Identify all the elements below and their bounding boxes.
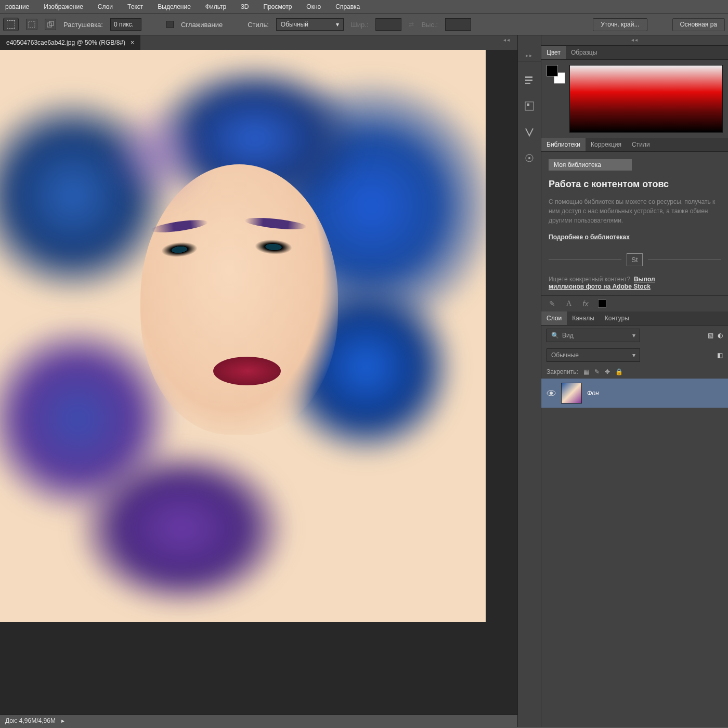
svg-rect-5 — [525, 83, 530, 84]
blend-mode-dropdown[interactable]: Обычные▾ — [547, 348, 640, 362]
libraries-panel: Моя библиотека Работа с контентом отовс … — [541, 152, 728, 295]
right-panel-dock: ◂◂ Цвет Образцы Библиотеки Коррекция Сти… — [541, 35, 728, 727]
tab-paths[interactable]: Контуры — [600, 311, 634, 325]
menu-select[interactable]: Выделение — [158, 3, 191, 10]
layer-name[interactable]: Фон — [587, 389, 599, 397]
svg-rect-0 — [29, 21, 35, 28]
svg-rect-3 — [525, 76, 532, 78]
learn-more-link[interactable]: Подробнее о библиотеках — [549, 233, 630, 241]
fill-color-icon[interactable] — [596, 299, 608, 308]
color-panel — [541, 60, 728, 138]
lock-paint-icon[interactable]: ✎ — [594, 368, 600, 375]
menu-image[interactable]: Изображение — [44, 3, 83, 10]
tab-libraries[interactable]: Библиотеки — [541, 138, 586, 151]
main-menu-bar: рование Изображение Слои Текст Выделение… — [0, 0, 728, 14]
svg-point-11 — [550, 392, 553, 395]
libraries-description: С помощью библиотек вы можете со ресурсы… — [549, 197, 721, 225]
libraries-heading: Работа с контентом отовс — [549, 179, 721, 190]
layer-row-background[interactable]: Фон — [541, 379, 728, 408]
add-selection-icon[interactable] — [45, 19, 56, 30]
libraries-tabs: Библиотеки Коррекция Стили — [541, 138, 728, 152]
menu-help[interactable]: Справка — [335, 3, 360, 10]
dock-collapse-icon[interactable]: ▸▸ — [518, 51, 541, 61]
filter-image-icon[interactable]: ▧ — [708, 332, 713, 339]
foreground-background-swatch[interactable] — [547, 65, 565, 84]
options-bar: Растушевка: Сглаживание Стиль: Обычный▾ … — [0, 14, 728, 35]
workspace-button[interactable]: Основная ра — [672, 18, 725, 31]
menu-filter[interactable]: Фильтр — [205, 3, 226, 10]
status-flyout-icon[interactable]: ▸ — [61, 717, 64, 724]
collapsed-panel-dock: ▸▸ — [517, 35, 541, 727]
svg-rect-7 — [527, 103, 529, 106]
antialias-label: Сглаживание — [181, 21, 223, 29]
tool-preset-picker[interactable] — [3, 18, 19, 31]
tab-color[interactable]: Цвет — [541, 46, 566, 59]
refine-edge-button[interactable]: Уточн. край... — [593, 18, 647, 31]
tab-swatches[interactable]: Образцы — [566, 46, 602, 59]
stock-question: Ищете конкретный контент? — [549, 276, 630, 283]
svg-point-9 — [528, 157, 530, 159]
stock-search-link[interactable]: Выпол — [634, 276, 655, 283]
fx-icon[interactable]: fx — [580, 299, 591, 308]
canvas-area: e40504763cae6ab42.jpg @ 50% (RGB/8#) × ◂… — [0, 35, 517, 727]
height-label: Выс.: — [421, 21, 438, 29]
menu-edit[interactable]: рование — [5, 3, 29, 10]
history-panel-icon[interactable] — [522, 73, 537, 87]
menu-view[interactable]: Просмотр — [264, 3, 292, 10]
opacity-icon[interactable]: ◧ — [717, 352, 723, 359]
panel-collapse-icon[interactable]: ◂◂ — [541, 35, 728, 46]
canvas[interactable] — [0, 50, 517, 714]
filter-adjust-icon[interactable]: ◐ — [718, 332, 723, 339]
new-selection-icon[interactable] — [26, 19, 37, 30]
properties-panel-icon[interactable] — [522, 99, 537, 113]
type-icon[interactable]: A — [563, 299, 575, 308]
menu-3d[interactable]: 3D — [241, 3, 249, 10]
navigator-panel-icon[interactable] — [522, 151, 537, 165]
layers-panel: 🔍 Вид ▾ ▧ ◐ Обычные▾ ◧ Закрепить: ▦ ✎ ✥ — [541, 326, 728, 727]
lock-position-icon[interactable]: ✥ — [605, 368, 610, 375]
artwork-image — [0, 50, 486, 622]
color-field[interactable] — [569, 65, 723, 133]
lock-all-icon[interactable]: 🔒 — [615, 368, 623, 375]
status-bar: Док: 4,96M/4,96M ▸ — [0, 714, 517, 727]
visibility-toggle-icon[interactable] — [547, 389, 556, 397]
swap-dimensions-icon[interactable]: ⇄ — [409, 21, 414, 28]
lock-pixels-icon[interactable]: ▦ — [583, 368, 589, 375]
layer-option-icons: ✎ A fx — [541, 295, 728, 311]
doc-size-status: Док: 4,96M/4,96M — [5, 717, 56, 724]
style-dropdown[interactable]: Обычный▾ — [276, 18, 344, 31]
document-tab-bar: e40504763cae6ab42.jpg @ 50% (RGB/8#) × ◂… — [0, 35, 517, 50]
character-panel-icon[interactable] — [522, 125, 537, 139]
tab-overflow-icon[interactable]: ◂◂ — [497, 35, 517, 46]
height-input — [445, 18, 471, 31]
library-dropdown[interactable]: Моя библиотека — [549, 159, 632, 171]
menu-layers[interactable]: Слои — [98, 3, 113, 10]
search-icon: 🔍 — [551, 332, 559, 339]
width-label: Шир.: — [351, 21, 369, 29]
color-tabs: Цвет Образцы — [541, 46, 728, 60]
layer-filter-dropdown[interactable]: 🔍 Вид ▾ — [547, 329, 640, 342]
menu-text[interactable]: Текст — [127, 3, 143, 10]
feather-input[interactable] — [110, 18, 141, 31]
tab-channels[interactable]: Каналы — [567, 311, 600, 325]
style-label: Стиль: — [248, 21, 269, 29]
layer-thumbnail[interactable] — [561, 383, 582, 404]
layers-tabs: Слои Каналы Контуры — [541, 311, 728, 326]
document-tab-title: e40504763cae6ab42.jpg @ 50% (RGB/8#) — [6, 39, 125, 46]
document-tab[interactable]: e40504763cae6ab42.jpg @ 50% (RGB/8#) × — [0, 35, 140, 50]
lock-row: Закрепить: ▦ ✎ ✥ 🔒 — [541, 365, 728, 379]
menu-window[interactable]: Окно — [306, 3, 321, 10]
tab-styles[interactable]: Стили — [627, 138, 655, 151]
feather-label: Растушевка: — [63, 21, 103, 29]
width-input — [375, 18, 401, 31]
brush-icon[interactable]: ✎ — [547, 299, 558, 308]
svg-rect-4 — [525, 80, 532, 81]
tab-adjustments[interactable]: Коррекция — [586, 138, 627, 151]
adobe-stock-badge: St — [627, 253, 642, 266]
tab-layers[interactable]: Слои — [541, 311, 567, 325]
antialias-checkbox[interactable] — [166, 21, 174, 28]
lock-label: Закрепить: — [547, 368, 578, 375]
close-tab-icon[interactable]: × — [131, 39, 134, 46]
foreground-color-swatch[interactable] — [547, 65, 558, 76]
stock-photos-link[interactable]: миллионов фото на Adobe Stock — [549, 283, 651, 290]
